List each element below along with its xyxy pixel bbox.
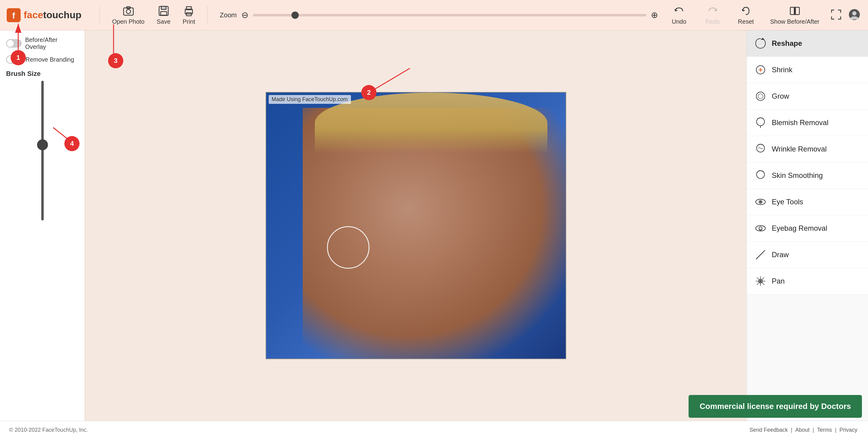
svg-point-25 bbox=[760, 201, 761, 202]
about-link[interactable]: About bbox=[796, 427, 810, 433]
footer-links: Send Feedback | About | Terms | Privacy bbox=[748, 427, 859, 433]
zoom-label: Zoom bbox=[220, 11, 237, 19]
eyebag-removal-icon bbox=[754, 222, 767, 235]
blemish-removal-label: Blemish Removal bbox=[772, 118, 829, 127]
zoom-minus-button[interactable]: ⊖ bbox=[241, 10, 248, 20]
divider-2 bbox=[207, 6, 208, 24]
logo: f facetouchup bbox=[6, 8, 81, 23]
tool-item-blemish-removal[interactable]: Blemish Removal bbox=[747, 109, 868, 136]
svg-point-19 bbox=[756, 118, 765, 126]
eye-tools-icon bbox=[754, 195, 767, 208]
photo-watermark: Made Using FaceTouchUp.com bbox=[269, 95, 351, 104]
logo-plain: touchup bbox=[43, 9, 81, 20]
tool-item-shrink[interactable]: Shrink bbox=[747, 57, 868, 83]
tool-item-draw[interactable]: Draw bbox=[747, 242, 868, 268]
brush-slider-container bbox=[6, 81, 79, 226]
svg-point-18 bbox=[758, 94, 763, 99]
redo-button[interactable]: Redo bbox=[698, 3, 728, 27]
wrinkle-removal-label: Wrinkle Removal bbox=[772, 145, 827, 153]
tool-item-pan[interactable]: Pan bbox=[747, 268, 868, 294]
copyright-text: © 2010-2022 FaceTouchUp, Inc. bbox=[9, 427, 88, 433]
logo-text: facetouchup bbox=[24, 9, 81, 21]
logo-colored: face bbox=[24, 9, 43, 20]
print-button[interactable]: Print bbox=[177, 3, 201, 27]
camera-icon bbox=[122, 5, 134, 17]
print-icon bbox=[183, 5, 195, 17]
header-right: Undo Redo Reset Show Before/After bbox=[664, 3, 862, 27]
reset-icon bbox=[740, 5, 752, 17]
right-panel: Reshape Shrink Grow Blemish Removal Wrin… bbox=[747, 30, 868, 421]
main-canvas: Made Using FaceTouchUp.com bbox=[85, 30, 747, 421]
eye-tools-label: Eye Tools bbox=[772, 198, 803, 206]
before-after-icon bbox=[789, 5, 801, 17]
undo-icon bbox=[673, 5, 685, 17]
pan-label: Pan bbox=[772, 277, 785, 285]
header: f facetouchup Open Photo Save Print bbox=[0, 0, 868, 30]
show-before-after-button[interactable]: Show Before/After bbox=[764, 3, 826, 27]
remove-branding-label: Remove Branding bbox=[26, 56, 74, 63]
photo-image[interactable] bbox=[266, 92, 566, 359]
grow-icon bbox=[754, 90, 767, 103]
svg-point-17 bbox=[756, 92, 765, 100]
reset-button[interactable]: Reset bbox=[731, 3, 761, 27]
svg-point-27 bbox=[759, 227, 762, 230]
tool-item-reshape[interactable]: Reshape bbox=[747, 30, 868, 57]
tool-item-eyebag-removal[interactable]: Eyebag Removal bbox=[747, 215, 868, 242]
skin-smoothing-icon bbox=[754, 169, 767, 182]
pan-icon bbox=[754, 275, 767, 287]
tool-item-skin-smoothing[interactable]: Skin Smoothing bbox=[747, 162, 868, 189]
remove-branding-toggle[interactable] bbox=[6, 55, 22, 64]
terms-link[interactable]: Terms bbox=[817, 427, 832, 433]
draw-label: Draw bbox=[772, 250, 789, 259]
commercial-license-text: Commercial license required by Doctors bbox=[700, 402, 851, 411]
before-after-overlay-label: Before/After Overlay bbox=[25, 36, 79, 51]
save-icon bbox=[158, 5, 170, 17]
logo-icon: f bbox=[6, 8, 21, 23]
shrink-icon bbox=[754, 63, 767, 76]
zoom-slider[interactable] bbox=[253, 14, 646, 17]
svg-rect-11 bbox=[790, 7, 794, 14]
reshape-label: Reshape bbox=[772, 39, 802, 48]
tool-item-eye-tools[interactable]: Eye Tools bbox=[747, 189, 868, 215]
svg-point-15 bbox=[852, 11, 857, 15]
photo-container: Made Using FaceTouchUp.com bbox=[266, 92, 566, 359]
tool-item-wrinkle-removal[interactable]: Wrinkle Removal bbox=[747, 136, 868, 162]
reshape-icon bbox=[754, 37, 767, 50]
send-feedback-link[interactable]: Send Feedback bbox=[750, 427, 788, 433]
blemish-removal-icon bbox=[754, 116, 767, 129]
skin-smoothing-label: Skin Smoothing bbox=[772, 171, 823, 180]
save-button[interactable]: Save bbox=[151, 3, 177, 27]
zoom-plus-button[interactable]: ⊕ bbox=[651, 10, 658, 20]
before-after-overlay-row: Before/After Overlay bbox=[6, 36, 79, 51]
brush-size-slider[interactable] bbox=[41, 81, 44, 220]
zoom-area: Zoom ⊖ ⊕ bbox=[214, 10, 664, 20]
remove-branding-row: Remove Branding bbox=[6, 55, 79, 64]
svg-point-3 bbox=[126, 9, 130, 14]
svg-line-28 bbox=[756, 257, 758, 259]
footer: © 2010-2022 FaceTouchUp, Inc. Send Feedb… bbox=[0, 421, 868, 439]
grow-label: Grow bbox=[772, 92, 789, 100]
left-panel: Before/After Overlay Remove Branding Bru… bbox=[0, 30, 85, 421]
svg-rect-2 bbox=[124, 8, 133, 15]
svg-rect-6 bbox=[161, 6, 166, 9]
eyebag-removal-label: Eyebag Removal bbox=[772, 224, 827, 232]
brush-size-label: Brush Size bbox=[6, 70, 79, 78]
before-after-overlay-toggle[interactable] bbox=[6, 39, 22, 48]
open-photo-button[interactable]: Open Photo bbox=[106, 3, 151, 27]
user-account-button[interactable] bbox=[847, 7, 862, 23]
svg-text:f: f bbox=[12, 11, 15, 20]
svg-rect-7 bbox=[161, 11, 167, 15]
redo-icon bbox=[707, 5, 719, 17]
wrinkle-removal-icon bbox=[754, 143, 767, 155]
svg-rect-12 bbox=[796, 7, 799, 14]
tool-item-grow[interactable]: Grow bbox=[747, 83, 868, 109]
draw-icon bbox=[754, 248, 767, 261]
shrink-label: Shrink bbox=[772, 66, 793, 74]
commercial-license-banner[interactable]: Commercial license required by Doctors bbox=[689, 395, 862, 418]
fullscreen-button[interactable] bbox=[829, 7, 844, 23]
undo-button[interactable]: Undo bbox=[664, 3, 694, 27]
svg-point-22 bbox=[756, 170, 765, 179]
privacy-link[interactable]: Privacy bbox=[839, 427, 857, 433]
